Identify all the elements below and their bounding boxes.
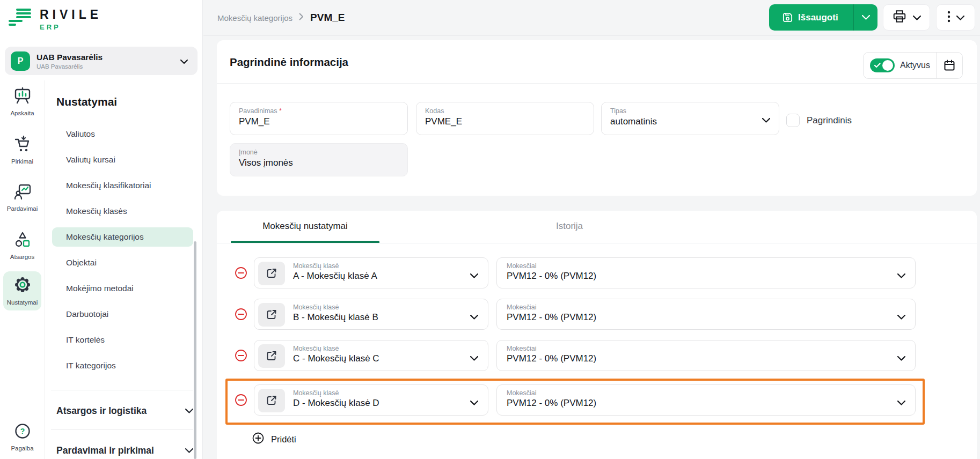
- save-button[interactable]: Išsaugoti: [769, 4, 877, 31]
- sidebar-menu: Valiutos Valiutų kursai Mokesčių klasifi…: [52, 124, 193, 382]
- external-link-icon[interactable]: [258, 303, 285, 327]
- chevron-down-icon: [897, 398, 905, 408]
- rail-label: Pardavimai: [7, 205, 38, 212]
- page-title: PVM_E: [310, 12, 345, 24]
- active-toggle[interactable]: [870, 58, 895, 72]
- left-panel: RIVILE ERP P UAB Pavasarėlis UAB Pavasar…: [0, 0, 203, 459]
- topbar-divider: [203, 35, 980, 36]
- company-selector[interactable]: P UAB Pavasarėlis UAB Pavasarėlis: [5, 47, 198, 75]
- tax-select[interactable]: Mokesčiai PVM12 - 0% (PVM12): [496, 384, 916, 416]
- rail-item-pirkimai[interactable]: Pirkimai: [0, 136, 45, 165]
- plus-circle-icon: [252, 432, 264, 446]
- pavadinimas-field[interactable]: Pavadinimas * PVM_E: [230, 102, 408, 135]
- sidebar-item-valiutu-kursai[interactable]: Valiutų kursai: [52, 150, 193, 169]
- remove-row-icon[interactable]: [235, 266, 247, 279]
- field-value: automatinis: [610, 116, 770, 127]
- rail-item-apskaita[interactable]: Apskaita: [0, 87, 45, 116]
- tax-select[interactable]: Mokesčiai PVM12 - 0% (PVM12): [496, 340, 916, 371]
- tax-class-select[interactable]: Mokesčių klasė A - Mokesčių klasė A: [254, 257, 488, 288]
- save-dropdown-chevron-icon[interactable]: [854, 15, 877, 20]
- required-asterisk: *: [279, 107, 282, 115]
- select-texts: Mokesčiai PVM12 - 0% (PVM12): [507, 345, 596, 364]
- svg-text:?: ?: [20, 427, 25, 435]
- gear-icon: [13, 276, 32, 296]
- rail-divider: [45, 80, 45, 459]
- tax-class-select[interactable]: Mokesčių klasė B - Mokesčių klasė B: [254, 299, 488, 330]
- more-actions-button[interactable]: [936, 4, 975, 31]
- active-toggle-label: Aktyvus: [900, 61, 930, 70]
- remove-row-icon[interactable]: [235, 308, 247, 321]
- tax-row: Mokesčių klasė A - Mokesčių klasė A Moke…: [217, 257, 977, 288]
- sidebar-item-valiutos[interactable]: Valiutos: [52, 124, 193, 144]
- tax-select[interactable]: Mokesčiai PVM12 - 0% (PVM12): [496, 257, 916, 288]
- rail-item-atsargos[interactable]: Atsargos: [0, 231, 45, 260]
- tax-settings-card: Mokesčių nustatymai Istorija Mokesčių kl…: [217, 211, 977, 459]
- sidebar-item-objektai[interactable]: Objektai: [52, 253, 193, 272]
- tabs-divider: [217, 243, 977, 243]
- save-button-label: Išsaugoti: [798, 12, 838, 23]
- tipas-select[interactable]: Tipas automatinis: [601, 102, 779, 135]
- calendar-icon[interactable]: [937, 59, 962, 72]
- rail-item-pardavimai[interactable]: Pardavimai: [0, 184, 45, 212]
- chevron-down-icon: [956, 13, 964, 23]
- kodas-field[interactable]: Kodas PVME_E: [416, 102, 594, 135]
- chevron-down-icon: [897, 353, 905, 363]
- remove-row-icon[interactable]: [235, 394, 247, 406]
- rail-label: Pagalba: [11, 445, 33, 451]
- select-value: A - Mokesčių klasė A: [293, 271, 377, 282]
- chevron-down-icon: [180, 56, 188, 66]
- rail-label: Nustatymai: [7, 299, 38, 306]
- rail-item-nustatymai[interactable]: Nustatymai: [3, 271, 41, 310]
- company-texts: UAB Pavasarėlis UAB Pavasarėlis: [36, 53, 180, 70]
- chart-board-icon: [13, 87, 32, 107]
- external-link-icon[interactable]: [258, 262, 285, 285]
- sidebar-section-atsargos-ir-logistika[interactable]: Atsargos ir logistika: [56, 401, 193, 420]
- select-label: Mokesčiai: [507, 389, 596, 397]
- field-label: Tipas: [610, 107, 770, 115]
- select-label: Mokesčių klasė: [293, 345, 379, 352]
- print-button[interactable]: [883, 4, 930, 31]
- select-value: B - Mokesčių klasė B: [293, 312, 378, 323]
- remove-row-icon[interactable]: [235, 349, 247, 362]
- card-title: Pagrindinė informacija: [230, 56, 348, 69]
- rail-item-pagalba[interactable]: ? Pagalba: [0, 423, 45, 451]
- section-label: Pardavimai ir pirkimai: [56, 445, 154, 456]
- external-link-icon[interactable]: [258, 344, 285, 368]
- brand-name: RIVILE: [40, 8, 102, 22]
- sidebar-item-it-korteles[interactable]: IT kortelės: [52, 330, 193, 350]
- select-texts: Mokesčių klasė A - Mokesčių klasė A: [293, 262, 377, 282]
- sidebar-section-pardavimai-ir-pirkimai[interactable]: Pardavimai ir pirkimai: [56, 441, 193, 459]
- pagrindinis-checkbox[interactable]: [786, 114, 800, 127]
- tax-row: Mokesčių klasė B - Mokesčių klasė B Moke…: [217, 299, 977, 330]
- sidebar-scrollbar[interactable]: [194, 241, 196, 459]
- chevron-down-icon: [185, 446, 193, 455]
- rivile-logo-icon: [8, 8, 32, 30]
- select-value: PVM12 - 0% (PVM12): [507, 312, 596, 323]
- tax-class-select[interactable]: Mokesčių klasė D - Mokesčių klasė D: [254, 384, 488, 416]
- tab-mokesciu-nustatymai[interactable]: Mokesčių nustatymai: [231, 211, 379, 241]
- chevron-down-icon: [762, 115, 770, 125]
- add-row-button[interactable]: Pridėti: [252, 432, 296, 446]
- field-value: Visos įmonės: [239, 158, 399, 168]
- sidebar-item-mokejimo-metodai[interactable]: Mokėjimo metodai: [52, 279, 193, 298]
- sidebar-item-it-kategorijos[interactable]: IT kategorijos: [52, 356, 193, 375]
- select-texts: Mokesčių klasė D - Mokesčių klasė D: [293, 389, 379, 409]
- select-value: D - Mokesčių klasė D: [293, 398, 379, 409]
- external-link-icon[interactable]: [258, 389, 285, 412]
- sidebar-item-mokesciu-klasifikatoriai[interactable]: Mokesčių klasifikatoriai: [52, 176, 193, 195]
- printer-icon: [892, 9, 907, 26]
- tax-class-select[interactable]: Mokesčių klasė C - Mokesčių klasė C: [254, 340, 488, 371]
- tax-select[interactable]: Mokesčiai PVM12 - 0% (PVM12): [496, 299, 916, 330]
- app: RIVILE ERP P UAB Pavasarėlis UAB Pavasar…: [0, 0, 980, 459]
- pagrindinis-label: Pagrindinis: [807, 115, 852, 126]
- sidebar-item-darbuotojai[interactable]: Darbuotojai: [52, 305, 193, 324]
- company-subtitle: UAB Pavasarėlis: [36, 63, 180, 70]
- sidebar-item-mokesciu-klases[interactable]: Mokesčių klasės: [52, 202, 193, 221]
- main-info-card: Pagrindinė informacija Aktyvus Pavadinim…: [217, 40, 977, 196]
- shapes-icon: [14, 231, 31, 250]
- rivile-logo[interactable]: RIVILE ERP: [8, 8, 102, 31]
- breadcrumb-parent[interactable]: Mokesčių kategorijos: [217, 13, 292, 23]
- help-icon: ?: [14, 423, 31, 442]
- sidebar-item-mokesciu-kategorijos[interactable]: Mokesčių kategorijos: [52, 227, 193, 247]
- tab-istorija[interactable]: Istorija: [556, 211, 583, 241]
